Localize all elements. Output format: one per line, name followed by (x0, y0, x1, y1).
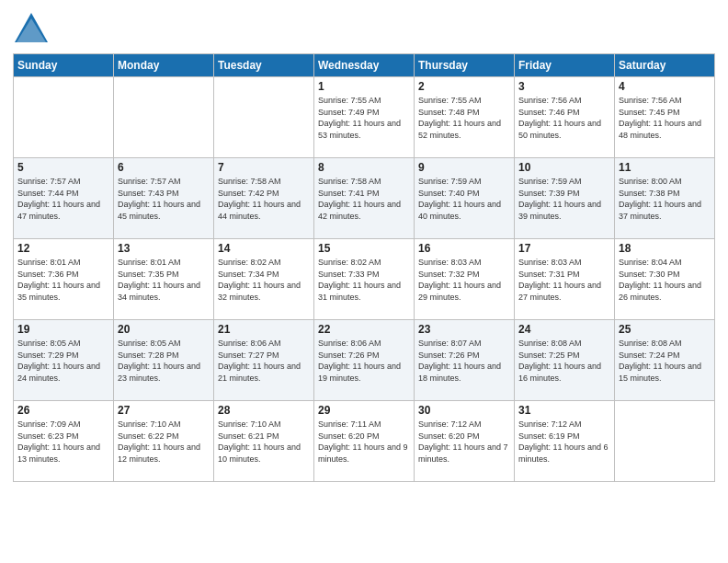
calendar-cell: 21Sunrise: 8:06 AM Sunset: 7:27 PM Dayli… (214, 320, 314, 401)
day-info: Sunrise: 8:06 AM Sunset: 7:27 PM Dayligh… (218, 338, 310, 384)
day-info: Sunrise: 7:59 AM Sunset: 7:39 PM Dayligh… (518, 176, 610, 222)
day-info: Sunrise: 8:06 AM Sunset: 7:26 PM Dayligh… (318, 338, 410, 384)
day-info: Sunrise: 7:57 AM Sunset: 7:43 PM Dayligh… (118, 176, 210, 222)
day-info: Sunrise: 8:01 AM Sunset: 7:36 PM Dayligh… (17, 257, 109, 303)
calendar-cell: 9Sunrise: 7:59 AM Sunset: 7:40 PM Daylig… (415, 158, 515, 239)
calendar-cell: 6Sunrise: 7:57 AM Sunset: 7:43 PM Daylig… (114, 158, 214, 239)
weekday-header-friday: Friday (515, 54, 615, 77)
week-row-5: 26Sunrise: 7:09 AM Sunset: 6:23 PM Dayli… (14, 401, 715, 482)
day-number: 23 (418, 323, 510, 336)
calendar-cell: 12Sunrise: 8:01 AM Sunset: 7:36 PM Dayli… (14, 239, 114, 320)
day-number: 13 (118, 242, 210, 255)
calendar-cell: 28Sunrise: 7:10 AM Sunset: 6:21 PM Dayli… (214, 401, 314, 482)
day-info: Sunrise: 7:56 AM Sunset: 7:45 PM Dayligh… (619, 95, 711, 141)
calendar-cell: 3Sunrise: 7:56 AM Sunset: 7:46 PM Daylig… (515, 77, 615, 158)
calendar-cell: 2Sunrise: 7:55 AM Sunset: 7:48 PM Daylig… (415, 77, 515, 158)
calendar-cell: 31Sunrise: 7:12 AM Sunset: 6:19 PM Dayli… (515, 401, 615, 482)
calendar-cell: 20Sunrise: 8:05 AM Sunset: 7:28 PM Dayli… (114, 320, 214, 401)
day-number: 29 (318, 404, 410, 417)
day-number: 31 (518, 404, 610, 417)
calendar-cell: 8Sunrise: 7:58 AM Sunset: 7:41 PM Daylig… (314, 158, 415, 239)
calendar-cell: 27Sunrise: 7:10 AM Sunset: 6:22 PM Dayli… (114, 401, 214, 482)
day-info: Sunrise: 7:57 AM Sunset: 7:44 PM Dayligh… (17, 176, 109, 222)
weekday-header-thursday: Thursday (415, 54, 515, 77)
weekday-header-wednesday: Wednesday (314, 54, 415, 77)
day-number: 21 (218, 323, 310, 336)
calendar-cell: 5Sunrise: 7:57 AM Sunset: 7:44 PM Daylig… (14, 158, 114, 239)
day-info: Sunrise: 8:00 AM Sunset: 7:38 PM Dayligh… (619, 176, 711, 222)
day-info: Sunrise: 8:03 AM Sunset: 7:32 PM Dayligh… (418, 257, 510, 303)
day-number: 16 (418, 242, 510, 255)
day-number: 27 (118, 404, 210, 417)
day-info: Sunrise: 7:10 AM Sunset: 6:22 PM Dayligh… (118, 419, 210, 465)
day-info: Sunrise: 8:05 AM Sunset: 7:28 PM Dayligh… (118, 338, 210, 384)
week-row-3: 12Sunrise: 8:01 AM Sunset: 7:36 PM Dayli… (14, 239, 715, 320)
weekday-header-tuesday: Tuesday (214, 54, 314, 77)
day-info: Sunrise: 7:11 AM Sunset: 6:20 PM Dayligh… (318, 419, 410, 465)
day-number: 15 (318, 242, 410, 255)
day-info: Sunrise: 8:02 AM Sunset: 7:34 PM Dayligh… (218, 257, 310, 303)
calendar-cell: 7Sunrise: 7:58 AM Sunset: 7:42 PM Daylig… (214, 158, 314, 239)
calendar-cell: 16Sunrise: 8:03 AM Sunset: 7:32 PM Dayli… (415, 239, 515, 320)
day-info: Sunrise: 8:04 AM Sunset: 7:30 PM Dayligh… (619, 257, 711, 303)
logo-icon (13, 9, 50, 46)
calendar-cell: 30Sunrise: 7:12 AM Sunset: 6:20 PM Dayli… (415, 401, 515, 482)
calendar-cell (214, 77, 314, 158)
day-info: Sunrise: 7:12 AM Sunset: 6:20 PM Dayligh… (418, 419, 510, 465)
day-number: 1 (318, 80, 410, 93)
weekday-header-monday: Monday (114, 54, 214, 77)
day-info: Sunrise: 7:55 AM Sunset: 7:48 PM Dayligh… (418, 95, 510, 141)
day-number: 2 (418, 80, 510, 93)
day-number: 11 (619, 161, 711, 174)
calendar-cell: 18Sunrise: 8:04 AM Sunset: 7:30 PM Dayli… (615, 239, 715, 320)
day-info: Sunrise: 8:05 AM Sunset: 7:29 PM Dayligh… (17, 338, 109, 384)
day-info: Sunrise: 8:03 AM Sunset: 7:31 PM Dayligh… (518, 257, 610, 303)
calendar-cell: 1Sunrise: 7:55 AM Sunset: 7:49 PM Daylig… (314, 77, 415, 158)
day-info: Sunrise: 7:59 AM Sunset: 7:40 PM Dayligh… (418, 176, 510, 222)
day-number: 6 (118, 161, 210, 174)
calendar-cell: 25Sunrise: 8:08 AM Sunset: 7:24 PM Dayli… (615, 320, 715, 401)
day-info: Sunrise: 7:58 AM Sunset: 7:41 PM Dayligh… (318, 176, 410, 222)
day-number: 7 (218, 161, 310, 174)
day-info: Sunrise: 8:08 AM Sunset: 7:25 PM Dayligh… (518, 338, 610, 384)
weekday-header-sunday: Sunday (14, 54, 114, 77)
header (13, 9, 715, 46)
calendar-cell: 13Sunrise: 8:01 AM Sunset: 7:35 PM Dayli… (114, 239, 214, 320)
logo (13, 9, 53, 46)
week-row-1: 1Sunrise: 7:55 AM Sunset: 7:49 PM Daylig… (14, 77, 715, 158)
calendar-cell: 24Sunrise: 8:08 AM Sunset: 7:25 PM Dayli… (515, 320, 615, 401)
day-info: Sunrise: 8:01 AM Sunset: 7:35 PM Dayligh… (118, 257, 210, 303)
calendar-cell (114, 77, 214, 158)
day-number: 22 (318, 323, 410, 336)
calendar-cell: 29Sunrise: 7:11 AM Sunset: 6:20 PM Dayli… (314, 401, 415, 482)
calendar-cell (14, 77, 114, 158)
day-info: Sunrise: 8:02 AM Sunset: 7:33 PM Dayligh… (318, 257, 410, 303)
day-number: 9 (418, 161, 510, 174)
week-row-4: 19Sunrise: 8:05 AM Sunset: 7:29 PM Dayli… (14, 320, 715, 401)
day-number: 28 (218, 404, 310, 417)
day-info: Sunrise: 8:08 AM Sunset: 7:24 PM Dayligh… (619, 338, 711, 384)
day-info: Sunrise: 7:56 AM Sunset: 7:46 PM Dayligh… (518, 95, 610, 141)
day-number: 17 (518, 242, 610, 255)
day-number: 19 (17, 323, 109, 336)
day-number: 24 (518, 323, 610, 336)
day-number: 18 (619, 242, 711, 255)
weekday-header-row: SundayMondayTuesdayWednesdayThursdayFrid… (14, 54, 715, 77)
calendar-cell: 4Sunrise: 7:56 AM Sunset: 7:45 PM Daylig… (615, 77, 715, 158)
day-number: 4 (619, 80, 711, 93)
day-number: 10 (518, 161, 610, 174)
day-number: 26 (17, 404, 109, 417)
calendar-cell: 19Sunrise: 8:05 AM Sunset: 7:29 PM Dayli… (14, 320, 114, 401)
day-number: 20 (118, 323, 210, 336)
week-row-2: 5Sunrise: 7:57 AM Sunset: 7:44 PM Daylig… (14, 158, 715, 239)
day-info: Sunrise: 8:07 AM Sunset: 7:26 PM Dayligh… (418, 338, 510, 384)
calendar-cell: 14Sunrise: 8:02 AM Sunset: 7:34 PM Dayli… (214, 239, 314, 320)
day-number: 25 (619, 323, 711, 336)
calendar-cell (615, 401, 715, 482)
calendar-cell: 15Sunrise: 8:02 AM Sunset: 7:33 PM Dayli… (314, 239, 415, 320)
day-info: Sunrise: 7:12 AM Sunset: 6:19 PM Dayligh… (518, 419, 610, 465)
calendar-cell: 10Sunrise: 7:59 AM Sunset: 7:39 PM Dayli… (515, 158, 615, 239)
day-number: 3 (518, 80, 610, 93)
calendar-page: SundayMondayTuesdayWednesdayThursdayFrid… (0, 0, 728, 563)
day-info: Sunrise: 7:58 AM Sunset: 7:42 PM Dayligh… (218, 176, 310, 222)
